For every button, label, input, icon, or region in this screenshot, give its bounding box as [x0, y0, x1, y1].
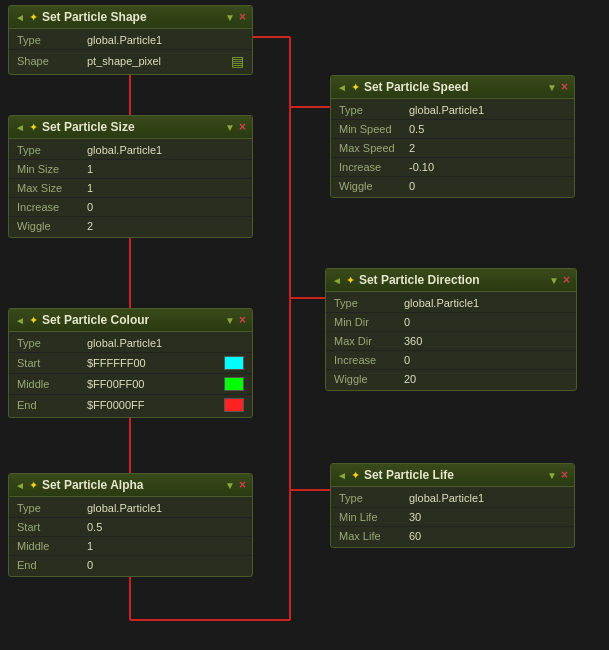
- close-icon[interactable]: ×: [239, 120, 246, 134]
- type-value: global.Particle1: [87, 34, 244, 46]
- middle-color-swatch[interactable]: [224, 377, 244, 391]
- min-dir-value: 0: [404, 316, 568, 328]
- set-particle-speed-panel: ◄ ✦ Set Particle Speed ▼ × Type global.P…: [330, 75, 575, 198]
- set-particle-direction-panel: ◄ ✦ Set Particle Direction ▼ × Type glob…: [325, 268, 577, 391]
- wiggle-label: Wiggle: [339, 180, 409, 192]
- middle-label: Middle: [17, 540, 87, 552]
- end-color-swatch[interactable]: [224, 398, 244, 412]
- max-size-label: Max Size: [17, 182, 87, 194]
- collapse-icon: ◄: [15, 12, 25, 23]
- panel-title: Set Particle Colour: [42, 313, 221, 327]
- star-icon: ✦: [346, 274, 355, 287]
- end-label: End: [17, 399, 87, 411]
- collapse-icon: ◄: [337, 82, 347, 93]
- shape-label: Shape: [17, 55, 87, 67]
- panel-title: Set Particle Direction: [359, 273, 545, 287]
- min-life-value: 30: [409, 511, 566, 523]
- type-label: Type: [334, 297, 404, 309]
- wiggle-value: 0: [409, 180, 566, 192]
- panel-title: Set Particle Life: [364, 468, 543, 482]
- set-particle-life-header[interactable]: ◄ ✦ Set Particle Life ▼ ×: [331, 464, 574, 487]
- type-row: Type global.Particle1: [9, 141, 252, 160]
- close-icon[interactable]: ×: [563, 273, 570, 287]
- wiggle-label: Wiggle: [334, 373, 404, 385]
- panel-body: Type global.Particle1 Min Speed 0.5 Max …: [331, 99, 574, 197]
- panel-body: Type global.Particle1 Min Life 30 Max Li…: [331, 487, 574, 547]
- set-particle-direction-header[interactable]: ◄ ✦ Set Particle Direction ▼ ×: [326, 269, 576, 292]
- close-icon[interactable]: ×: [239, 10, 246, 24]
- min-dir-row: Min Dir 0: [326, 313, 576, 332]
- max-life-value: 60: [409, 530, 566, 542]
- min-life-row: Min Life 30: [331, 508, 574, 527]
- end-row: End 0: [9, 556, 252, 574]
- set-particle-speed-header[interactable]: ◄ ✦ Set Particle Speed ▼ ×: [331, 76, 574, 99]
- arrow-down-icon: ▼: [549, 275, 559, 286]
- type-label: Type: [339, 492, 409, 504]
- increase-value: 0: [404, 354, 568, 366]
- wiggle-row: Wiggle 0: [331, 177, 574, 195]
- min-speed-value: 0.5: [409, 123, 566, 135]
- min-size-label: Min Size: [17, 163, 87, 175]
- arrow-down-icon: ▼: [547, 470, 557, 481]
- type-row: Type global.Particle1: [326, 294, 576, 313]
- start-color-swatch[interactable]: [224, 356, 244, 370]
- type-value: global.Particle1: [409, 104, 566, 116]
- type-row: Type global.Particle1: [9, 334, 252, 353]
- increase-value: -0.10: [409, 161, 566, 173]
- middle-label: Middle: [17, 378, 87, 390]
- type-value: global.Particle1: [409, 492, 566, 504]
- collapse-icon: ◄: [15, 315, 25, 326]
- panel-title: Set Particle Shape: [42, 10, 221, 24]
- increase-row: Increase 0: [326, 351, 576, 370]
- shape-value: pt_shape_pixel: [87, 55, 231, 67]
- collapse-icon: ◄: [337, 470, 347, 481]
- wiggle-row: Wiggle 20: [326, 370, 576, 388]
- increase-label: Increase: [334, 354, 404, 366]
- min-size-row: Min Size 1: [9, 160, 252, 179]
- arrow-down-icon: ▼: [225, 315, 235, 326]
- type-row: Type global.Particle1: [9, 499, 252, 518]
- end-label: End: [17, 559, 87, 571]
- max-life-label: Max Life: [339, 530, 409, 542]
- start-value: $FFFFFF00: [87, 357, 220, 369]
- type-value: global.Particle1: [87, 144, 244, 156]
- set-particle-shape-panel: ◄ ✦ Set Particle Shape ▼ × Type global.P…: [8, 5, 253, 75]
- star-icon: ✦: [29, 314, 38, 327]
- max-speed-label: Max Speed: [339, 142, 409, 154]
- middle-row: Middle 1: [9, 537, 252, 556]
- start-value: 0.5: [87, 521, 244, 533]
- set-particle-shape-header[interactable]: ◄ ✦ Set Particle Shape ▼ ×: [9, 6, 252, 29]
- middle-value: 1: [87, 540, 244, 552]
- close-icon[interactable]: ×: [239, 478, 246, 492]
- wiggle-value: 2: [87, 220, 244, 232]
- type-value: global.Particle1: [404, 297, 568, 309]
- type-label: Type: [339, 104, 409, 116]
- wiggle-value: 20: [404, 373, 568, 385]
- set-particle-size-header[interactable]: ◄ ✦ Set Particle Size ▼ ×: [9, 116, 252, 139]
- start-label: Start: [17, 357, 87, 369]
- middle-color-row: Middle $FF00FF00: [9, 374, 252, 395]
- start-color-row: Start $FFFFFF00: [9, 353, 252, 374]
- star-icon: ✦: [351, 81, 360, 94]
- file-icon[interactable]: ▤: [231, 53, 244, 69]
- set-particle-colour-panel: ◄ ✦ Set Particle Colour ▼ × Type global.…: [8, 308, 253, 418]
- panel-body: Type global.Particle1 Start $FFFFFF00 Mi…: [9, 332, 252, 417]
- arrow-down-icon: ▼: [225, 12, 235, 23]
- panel-title: Set Particle Speed: [364, 80, 543, 94]
- set-particle-size-panel: ◄ ✦ Set Particle Size ▼ × Type global.Pa…: [8, 115, 253, 238]
- max-size-value: 1: [87, 182, 244, 194]
- type-value: global.Particle1: [87, 502, 244, 514]
- set-particle-colour-header[interactable]: ◄ ✦ Set Particle Colour ▼ ×: [9, 309, 252, 332]
- min-speed-label: Min Speed: [339, 123, 409, 135]
- type-row: Type global.Particle1: [331, 101, 574, 120]
- set-particle-alpha-panel: ◄ ✦ Set Particle Alpha ▼ × Type global.P…: [8, 473, 253, 577]
- star-icon: ✦: [29, 11, 38, 24]
- min-dir-label: Min Dir: [334, 316, 404, 328]
- set-particle-alpha-header[interactable]: ◄ ✦ Set Particle Alpha ▼ ×: [9, 474, 252, 497]
- middle-value: $FF00FF00: [87, 378, 220, 390]
- close-icon[interactable]: ×: [239, 313, 246, 327]
- arrow-down-icon: ▼: [225, 122, 235, 133]
- close-icon[interactable]: ×: [561, 468, 568, 482]
- shape-row: Shape pt_shape_pixel ▤: [9, 50, 252, 72]
- close-icon[interactable]: ×: [561, 80, 568, 94]
